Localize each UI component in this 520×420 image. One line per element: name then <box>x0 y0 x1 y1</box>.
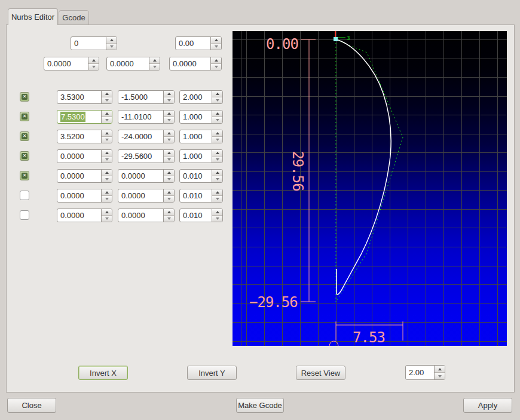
spin-up-button[interactable] <box>164 209 174 216</box>
spin-down-button[interactable] <box>211 64 221 70</box>
spin-up-button[interactable] <box>164 170 174 176</box>
row-6-weight-spin[interactable]: 0.010 <box>179 209 223 222</box>
spin-down-button[interactable] <box>212 117 222 123</box>
row-2-x-spin[interactable]: 3.5200 <box>57 130 112 143</box>
row-3-y-spin[interactable]: -29.5600 <box>118 149 175 163</box>
row-4-weight-spin[interactable]: 0.010 <box>179 169 223 183</box>
row-4-weight-entry[interactable]: 0.010 <box>180 170 212 182</box>
spin-up-button[interactable] <box>102 130 112 137</box>
spin-down-button[interactable] <box>102 157 112 163</box>
spin-down-button[interactable] <box>164 196 174 202</box>
spin-up-button[interactable] <box>102 189 112 196</box>
spin-up-button[interactable] <box>212 130 222 137</box>
row-5-y-entry[interactable]: 0.0000 <box>118 189 163 202</box>
row-6-enable-checkbox[interactable]: ✕ <box>20 210 29 220</box>
row-2-weight-entry[interactable]: 1.000 <box>180 130 212 143</box>
spin-up-button[interactable] <box>102 91 112 97</box>
row-5-weight-spin[interactable]: 0.010 <box>179 189 223 203</box>
rapid-z-entry[interactable]: 0.0000 <box>170 57 210 70</box>
row-3-x-entry[interactable]: 0.0000 <box>57 150 101 163</box>
nurbs-preview-canvas[interactable]: 3 0.00 29.56 −29.56 7.53 <box>233 31 507 346</box>
spin-down-button[interactable] <box>149 64 160 70</box>
row-1-weight-spin[interactable]: 1.000 <box>179 110 223 124</box>
row-0-y-spin[interactable]: -1.5000 <box>118 90 175 104</box>
row-0-enable-checkbox[interactable]: ✕ <box>20 92 29 102</box>
spin-up-button[interactable] <box>212 170 222 176</box>
row-6-y-spin[interactable]: 0.0000 <box>118 209 175 222</box>
row-1-y-spin[interactable]: -11.0100 <box>118 110 175 124</box>
spin-up-button[interactable] <box>164 91 174 97</box>
origin-point-marker[interactable] <box>334 37 338 41</box>
row-4-x-spin[interactable]: 0.0000 <box>57 169 112 183</box>
rapid-x-entry[interactable]: 0.0000 <box>44 57 88 70</box>
row-2-y-entry[interactable]: -24.0000 <box>118 130 163 143</box>
spin-down-button[interactable] <box>211 44 221 50</box>
spin-down-button[interactable] <box>164 216 174 222</box>
spin-up-button[interactable] <box>211 37 221 44</box>
spin-down-button[interactable] <box>164 137 174 143</box>
spin-up-button[interactable] <box>102 111 112 117</box>
row-3-weight-spin[interactable]: 1.000 <box>179 149 223 163</box>
spin-up-button[interactable] <box>102 170 112 176</box>
row-3-enable-checkbox[interactable]: ✕ <box>20 151 29 161</box>
row-4-enable-checkbox[interactable]: ✕ <box>20 171 29 180</box>
spin-up-button[interactable] <box>212 150 222 157</box>
row-5-x-entry[interactable]: 0.0000 <box>57 189 101 202</box>
tool-spin[interactable]: 0 <box>71 36 117 50</box>
reset-view-button[interactable]: Reset View <box>296 366 345 380</box>
row-2-enable-checkbox[interactable]: ✕ <box>20 131 29 141</box>
row-6-y-entry[interactable]: 0.0000 <box>118 209 163 222</box>
spin-down-button[interactable] <box>102 216 112 222</box>
spin-up-button[interactable] <box>212 91 222 97</box>
scale-spin[interactable]: 2.00 <box>405 365 445 380</box>
row-1-enable-checkbox[interactable]: ✕ <box>20 112 29 121</box>
spin-up-button[interactable] <box>212 189 222 196</box>
spin-up-button[interactable] <box>164 150 174 157</box>
feed-spin[interactable]: 0.00 <box>175 36 222 50</box>
spin-down-button[interactable] <box>102 196 112 202</box>
spin-down-button[interactable] <box>164 157 174 163</box>
spin-down-button[interactable] <box>88 64 99 70</box>
row-2-weight-spin[interactable]: 1.000 <box>179 130 223 143</box>
spin-up-button[interactable] <box>212 111 222 117</box>
tool-entry[interactable]: 0 <box>71 37 106 50</box>
row-5-weight-entry[interactable]: 0.010 <box>180 189 212 202</box>
rapid-z-spin[interactable]: 0.0000 <box>169 57 222 70</box>
row-6-x-spin[interactable]: 0.0000 <box>57 209 112 222</box>
row-4-x-entry[interactable]: 0.0000 <box>57 170 101 182</box>
row-0-x-spin[interactable]: 3.5300 <box>57 90 112 104</box>
tab-gcode[interactable]: Gcode <box>59 10 89 25</box>
row-4-y-spin[interactable]: 0.0000 <box>118 169 175 183</box>
spin-up-button[interactable] <box>164 189 174 196</box>
row-1-weight-entry[interactable]: 1.000 <box>180 111 212 123</box>
row-0-y-entry[interactable]: -1.5000 <box>118 91 163 103</box>
rapid-y-entry[interactable]: 0.0000 <box>107 57 149 70</box>
row-5-enable-checkbox[interactable]: ✕ <box>20 191 29 200</box>
spin-down-button[interactable] <box>106 44 117 50</box>
row-3-weight-entry[interactable]: 1.000 <box>180 150 212 163</box>
row-5-x-spin[interactable]: 0.0000 <box>57 189 112 203</box>
row-6-weight-entry[interactable]: 0.010 <box>180 209 212 222</box>
spin-down-button[interactable] <box>164 97 174 103</box>
row-1-x-spin[interactable]: 7.5300 <box>57 110 112 124</box>
spin-down-button[interactable] <box>212 196 222 202</box>
row-3-x-spin[interactable]: 0.0000 <box>57 149 112 163</box>
row-5-y-spin[interactable]: 0.0000 <box>118 189 175 203</box>
spin-down-button[interactable] <box>435 373 445 379</box>
apply-button[interactable]: Apply <box>463 398 512 413</box>
invert-x-button[interactable]: Invert X <box>78 366 128 380</box>
spin-down-button[interactable] <box>212 157 222 163</box>
feed-entry[interactable]: 0.00 <box>176 37 210 50</box>
invert-y-button[interactable]: Invert Y <box>187 366 237 380</box>
spin-down-button[interactable] <box>212 137 222 143</box>
tab-nurbs-editor[interactable]: Nurbs Editor <box>8 8 58 25</box>
scale-entry[interactable]: 2.00 <box>406 366 434 379</box>
rapid-x-spin[interactable]: 0.0000 <box>44 57 99 70</box>
row-1-x-entry[interactable]: 7.5300 <box>57 111 101 123</box>
spin-down-button[interactable] <box>102 97 112 103</box>
spin-up-button[interactable] <box>211 57 221 64</box>
spin-down-button[interactable] <box>212 216 222 222</box>
spin-up-button[interactable] <box>164 111 174 117</box>
row-0-weight-entry[interactable]: 2.000 <box>180 91 212 103</box>
spin-down-button[interactable] <box>212 97 222 103</box>
